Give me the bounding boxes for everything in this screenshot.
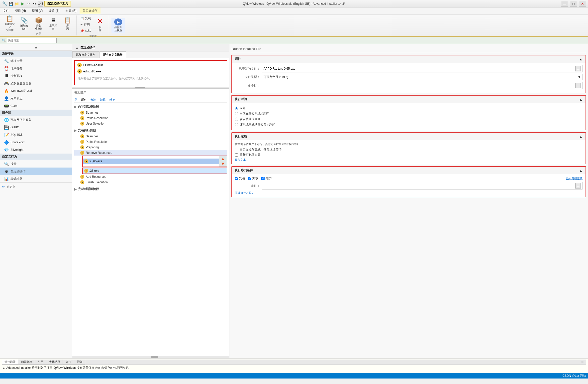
- command-line-browse-btn[interactable]: …: [575, 83, 581, 88]
- tab-add-custom-ops[interactable]: 添加自定义操作: [72, 51, 99, 58]
- condition-maintain-checkbox[interactable]: [261, 177, 265, 180]
- menu-wizard[interactable]: 向导 (R): [63, 8, 80, 14]
- log-tab-notes[interactable]: 备注: [63, 360, 74, 364]
- seq-tab-install[interactable]: 安装: [91, 98, 96, 102]
- radio-rollback[interactable]: 在安装回滚期间: [235, 117, 583, 121]
- minimize-button[interactable]: —: [561, 1, 568, 6]
- phase-wizard-user-selection[interactable]: ● User Selection: [74, 121, 227, 126]
- scroll-thumb-bottom[interactable]: [151, 356, 158, 358]
- phase-install-execution-header[interactable]: ▶ 安装执行阶段: [74, 127, 227, 134]
- sidebar-item-scheduled-tasks[interactable]: ⏰ 计划任务: [0, 65, 72, 72]
- advanced-upgrade-link[interactable]: 显示升级选项: [566, 177, 583, 180]
- menu-settings[interactable]: 设置 (S): [46, 8, 62, 14]
- checkbox-wait-input[interactable]: [235, 148, 238, 151]
- ribbon-install-prep-btn[interactable]: 📦 安装准操作: [32, 16, 45, 31]
- log-tab-references[interactable]: 引用: [35, 360, 46, 364]
- sidebar-item-silverlight[interactable]: 💎 Silverlight: [0, 146, 72, 154]
- ribbon-sequence-btn[interactable]: 📋 序列: [61, 16, 74, 31]
- quick-folder-icon[interactable]: 📁: [14, 1, 19, 6]
- sidebar-item-custom-ops[interactable]: ⚙ 自定义操作: [0, 168, 72, 175]
- sidebar-item-sql[interactable]: 📝 SQL 脚本: [0, 131, 72, 139]
- menu-file[interactable]: 文件: [0, 8, 12, 14]
- log-tab-issues[interactable]: 问题列表: [19, 360, 35, 364]
- radio-rollback-input[interactable]: [235, 118, 238, 121]
- phase-exec-finish-execution[interactable]: ● Finish Execution: [74, 180, 227, 185]
- seq-tab-uninstall[interactable]: 卸载: [100, 98, 105, 102]
- tab-existing-custom-ops[interactable]: 现有自定义操作: [99, 51, 126, 58]
- condition-uninstall-checkbox[interactable]: [248, 177, 251, 180]
- advanced-execution-link[interactable]: 高级执行方案...: [235, 191, 583, 195]
- quick-save-icon[interactable]: 💾: [8, 1, 13, 6]
- properties-collapse-icon[interactable]: ▲: [579, 57, 583, 61]
- menu-view[interactable]: 视图 (V): [29, 8, 46, 14]
- quick-redo-icon[interactable]: ↪: [32, 1, 37, 6]
- checkbox-wait[interactable]: 自定义操作完成，然后继续等待: [235, 148, 583, 152]
- phase-exec-remove-resources[interactable]: ● Remove Resources: [74, 150, 227, 156]
- ribbon-attach-file-btn[interactable]: 📎 附加的文件: [17, 16, 31, 31]
- exec-sequence-collapse-icon[interactable]: ▲: [579, 169, 583, 173]
- condition-browse-btn[interactable]: …: [575, 183, 581, 189]
- sidebar-item-iis[interactable]: 🌐 互联网信息服务: [0, 116, 72, 124]
- sidebar-item-game-manager[interactable]: 🎮 游戏资源管理器: [0, 80, 72, 87]
- menu-custom-ops[interactable]: 自定义操作: [80, 7, 100, 14]
- ribbon-paste-btn[interactable]: 📌 粘贴: [79, 28, 92, 34]
- sidebar-item-control-panel[interactable]: 🖥 控制面板: [0, 72, 72, 80]
- radio-commit-input[interactable]: [235, 123, 238, 126]
- selected-item-2[interactable]: ● .36.exe: [82, 168, 227, 174]
- radio-immediate[interactable]: 立即: [235, 106, 583, 110]
- log-tab-find-results[interactable]: 查找结果: [47, 360, 63, 364]
- phase-exec-add-resources[interactable]: ● Add Resources: [74, 174, 227, 180]
- ribbon-display-mark-btn[interactable]: 🖥 显示标志: [46, 16, 60, 31]
- ops-item-edist[interactable]: ● edist.x86.exe: [76, 68, 226, 75]
- execution-options-collapse-icon[interactable]: ▲: [579, 135, 583, 139]
- ribbon-video-btn[interactable]: ▶ 操作方法视频: [111, 18, 125, 33]
- selected-item-1[interactable]: ● s0.65.exe: [83, 159, 219, 164]
- radio-deferred[interactable]: 当正在修改系统 (延期): [235, 112, 583, 116]
- ribbon-new-custom-action-btn[interactable]: 📋 新建自定义义操作: [3, 16, 16, 31]
- checkbox-repackager-input[interactable]: [235, 153, 238, 157]
- action-text-link[interactable]: 操作文本...: [235, 158, 583, 162]
- sidebar-item-com[interactable]: 📟 COM: [0, 102, 72, 110]
- ribbon-cut-btn[interactable]: ✂ 剪切: [79, 22, 92, 27]
- sidebar-item-env-vars[interactable]: 🔧 环境变量: [0, 57, 72, 65]
- phase-wizard-paths-resolution[interactable]: ● Paths Resolution: [74, 115, 227, 121]
- log-tab-run-log[interactable]: 运行记录: [2, 360, 18, 364]
- installed-file-browse-btn[interactable]: …: [575, 66, 581, 71]
- radio-immediate-input[interactable]: [235, 107, 238, 110]
- checkbox-repackager[interactable]: 重新打包器向导: [235, 153, 583, 157]
- phase-exec-paths-resolution[interactable]: ● Paths Resolution: [74, 139, 227, 145]
- condition-install-checkbox[interactable]: [235, 177, 238, 180]
- log-tab-notifications[interactable]: 通知: [75, 360, 85, 364]
- phase-exec-searches[interactable]: ● Searches: [74, 134, 227, 139]
- quick-build-icon[interactable]: ▶: [20, 1, 25, 6]
- close-button[interactable]: ✕: [579, 1, 586, 6]
- ops-item-filters[interactable]: ● Filters0.65.exe: [76, 62, 226, 68]
- quick-undo-icon[interactable]: ↩: [26, 1, 31, 6]
- seq-tab-all[interactable]: 所有: [81, 98, 87, 102]
- menu-project[interactable]: 项目 (H): [12, 8, 29, 14]
- seq-tab-maintain[interactable]: 维护: [109, 98, 115, 102]
- ribbon-delete-btn[interactable]: ✕ 删除: [93, 17, 107, 32]
- center-panel-collapse-icon[interactable]: ▲: [75, 46, 79, 50]
- ribbon-copy-btn[interactable]: 📋 复制: [79, 15, 92, 21]
- search-input[interactable]: [7, 38, 57, 43]
- sidebar-item-odbc[interactable]: 💾 ODBC: [0, 124, 72, 131]
- execution-time-collapse-icon[interactable]: ▲: [579, 97, 583, 101]
- sidebar-item-search[interactable]: 🔍 搜索: [0, 160, 72, 168]
- seq-tab-is[interactable]: 是: [74, 98, 77, 102]
- bottom-panel-close-btn[interactable]: ✕: [579, 360, 586, 365]
- sidebar-item-users[interactable]: 👤 用户和组: [0, 95, 72, 102]
- file-type-dropdown[interactable]: 可执行文件 (*.exe) ▼: [262, 74, 583, 80]
- radio-commit[interactable]: 该系统已成功修改后 (提交): [235, 123, 583, 127]
- arrow-up-btn[interactable]: ▲: [221, 157, 225, 161]
- phase-wizard-dialog-header[interactable]: ▶ 向导对话框阶段: [74, 104, 227, 110]
- phase-finish-dialog-header[interactable]: ▶ 完成对话框阶段: [74, 186, 227, 192]
- radio-deferred-input[interactable]: [235, 112, 238, 115]
- sidebar-item-firewall[interactable]: 🔥 Windows 防火墙: [0, 87, 72, 95]
- sidebar-collapse-btn[interactable]: ▲: [0, 44, 72, 51]
- scroll-thumb[interactable]: [135, 87, 145, 88]
- sidebar-item-sharepoint[interactable]: 🔷 SharePoint: [0, 139, 72, 146]
- maximize-button[interactable]: □: [570, 1, 577, 6]
- phase-wizard-searches[interactable]: ● Searches: [74, 110, 227, 115]
- sidebar-item-table-editor[interactable]: 📊 表编辑器: [0, 175, 72, 183]
